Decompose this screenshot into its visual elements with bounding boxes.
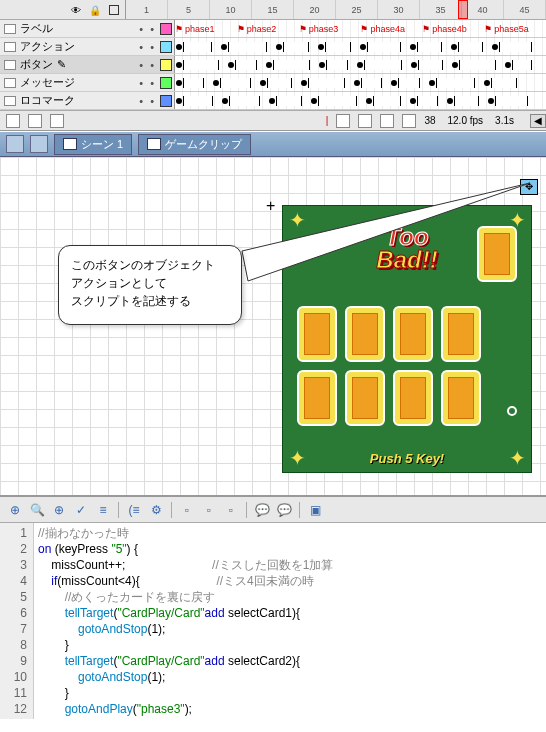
keyframe-icon[interactable] [429,80,435,86]
comment-button[interactable]: 💬 [253,501,271,519]
keyframe-span[interactable] [459,60,496,70]
keyframe-icon[interactable] [222,98,228,104]
frame-ruler[interactable]: 151015202530354045 [126,0,546,19]
keyframe-span[interactable] [183,96,213,106]
keyframe-span[interactable] [491,78,517,88]
keyframe-icon[interactable] [276,44,282,50]
layer-swatch[interactable] [160,41,172,53]
frame-tick[interactable]: 40 [462,0,504,19]
code-line[interactable]: } [38,637,542,653]
frame-tick[interactable]: 20 [294,0,336,19]
keyframe-span[interactable] [499,42,531,52]
code-line[interactable]: tellTarget("CardPlay/Card"add selectCard… [38,605,542,621]
layer-toggles[interactable]: • • [139,59,156,71]
keyframe-icon[interactable] [492,44,498,50]
code-line[interactable]: if(missCount<4){ //ミス4回未満の時 [38,573,542,589]
lock-icon[interactable] [89,4,101,16]
frame-tick[interactable]: 1 [126,0,168,19]
keyframe-span[interactable] [273,60,310,70]
frames-track[interactable]: ⚑phase1⚑phase2⚑phase3⚑phase4a⚑phase4b⚑ph… [175,20,546,37]
keyframe-icon[interactable] [505,62,511,68]
keyframe-span[interactable] [458,42,483,52]
keyframe-span[interactable] [367,42,401,52]
keyframe-icon[interactable] [260,80,266,86]
keyframe-span[interactable] [283,42,309,52]
keyframe-icon[interactable] [452,62,458,68]
keyframe-icon[interactable] [176,98,182,104]
keyframe-icon[interactable] [488,98,494,104]
outline-icon[interactable] [109,5,119,15]
keyframe-span[interactable] [183,42,212,52]
keyframe-span[interactable] [454,96,478,106]
keyframe-span[interactable] [308,78,345,88]
keyframe-span[interactable] [228,42,267,52]
layer-toggles[interactable]: • • [139,95,156,107]
keyframe-span[interactable] [417,96,439,106]
layer-toggles[interactable]: • • [139,41,156,53]
keyframe-icon[interactable] [228,62,234,68]
frames-track[interactable] [175,92,546,109]
code-line[interactable]: gotoAndPlay("phase3"); [38,701,542,717]
add-layer-button[interactable] [6,114,20,128]
code-line[interactable]: gotoAndStop(1); [38,669,542,685]
keyframe-icon[interactable] [318,44,324,50]
layer-swatch[interactable] [160,59,172,71]
keyframe-icon[interactable] [311,98,317,104]
show-hide-toolbox-button[interactable]: ▣ [306,501,324,519]
clip-crumb[interactable]: ゲームクリップ [138,134,251,155]
keyframe-icon[interactable] [447,98,453,104]
keyframe-span[interactable] [183,78,204,88]
keyframe-span[interactable] [267,78,291,88]
keyframe-icon[interactable] [176,44,182,50]
keyframe-icon[interactable] [451,44,457,50]
code-line[interactable]: missCount++; //ミスした回数を1加算 [38,557,542,573]
playhead[interactable] [458,0,468,19]
frame-tick[interactable]: 5 [168,0,210,19]
keyframe-icon[interactable] [301,80,307,86]
layer-row[interactable]: ボタン✎• • [0,56,546,74]
keyframe-icon[interactable] [269,98,275,104]
edit-multi-button[interactable] [380,114,394,128]
code-line[interactable]: //めくったカードを裏に戻す [38,589,542,605]
layer-toggles[interactable]: • • [139,23,156,35]
code-line[interactable]: //揃わなかった時 [38,525,542,541]
frame-tick[interactable]: 10 [210,0,252,19]
keyframe-span[interactable] [398,78,420,88]
debug-button[interactable]: ⚙ [147,501,165,519]
keyframe-icon[interactable] [354,80,360,86]
frame-tick[interactable]: 30 [378,0,420,19]
keyframe-icon[interactable] [221,44,227,50]
modify-markers-button[interactable] [402,114,416,128]
keyframe-icon[interactable] [410,98,416,104]
keyframe-span[interactable] [361,78,382,88]
layer-row[interactable]: アクション• • [0,38,546,56]
layer-swatch[interactable] [160,95,172,107]
keyframe-span[interactable] [418,60,443,70]
keyframe-span[interactable] [326,60,347,70]
frames-track[interactable] [175,38,546,55]
keyframe-icon[interactable] [357,62,363,68]
keyframe-span[interactable] [364,60,402,70]
frame-tick[interactable]: 45 [504,0,546,19]
keyframe-span[interactable] [436,78,475,88]
keyframe-span[interactable] [373,96,400,106]
keyframe-span[interactable] [276,96,302,106]
find-button[interactable]: 🔍 [28,501,46,519]
keyframe-icon[interactable] [213,80,219,86]
code-hint-button[interactable]: (≡ [125,501,143,519]
add-folder-button[interactable] [28,114,42,128]
keyframe-span[interactable] [417,42,442,52]
keyframe-icon[interactable] [391,80,397,86]
code-body[interactable]: //揃わなかった時on (keyPress "5") { missCount++… [34,523,546,719]
code-line[interactable]: tellTarget("CardPlay/Card"add selectCard… [38,653,542,669]
keyframe-icon[interactable] [176,80,182,86]
check-syntax-button[interactable]: ✓ [72,501,90,519]
scene-crumb[interactable]: シーン 1 [54,134,132,155]
collapse-button[interactable]: ▫ [178,501,196,519]
keyframe-icon[interactable] [319,62,325,68]
keyframe-span[interactable] [318,96,357,106]
target-path-button[interactable]: ⊕ [50,501,68,519]
layer-row[interactable]: ラベル• •⚑phase1⚑phase2⚑phase3⚑phase4a⚑phas… [0,20,546,38]
keyframe-icon[interactable] [176,62,182,68]
keyframe-icon[interactable] [266,62,272,68]
